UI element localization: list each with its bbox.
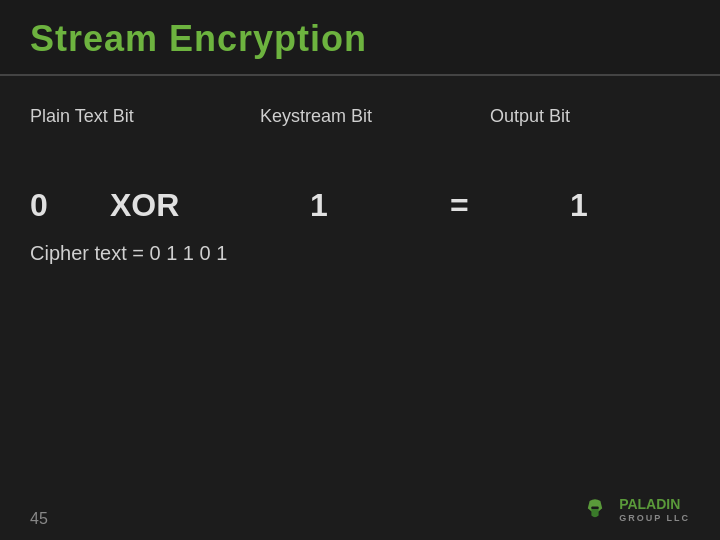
slide-content: Plain Text Bit Keystream Bit Output Bit … [0,76,720,482]
xor-plaintext-bit: 0 [30,187,90,224]
paladin-brand-name: PALADIN [619,496,690,513]
xor-result-bit: 1 [570,187,588,224]
xor-equation-row: 0 XOR 1 = 1 [30,187,690,224]
slide-header: Stream Encryption [0,0,720,76]
slide: Stream Encryption Plain Text Bit Keystre… [0,0,720,540]
plaintext-column-label: Plain Text Bit [30,106,260,127]
slide-title: Stream Encryption [30,18,690,60]
svg-rect-1 [592,506,599,509]
columns-header: Plain Text Bit Keystream Bit Output Bit [30,106,690,127]
xor-operator-label: XOR [110,187,230,224]
keystream-column-label: Keystream Bit [260,106,490,127]
xor-keystream-bit: 1 [310,187,430,224]
paladin-logo-text: PALADIN GROUP LLC [619,496,690,524]
paladin-logo-icon [577,492,613,528]
output-column-label: Output Bit [490,106,690,127]
slide-footer: 45 PALADIN GROUP LLC [0,482,720,540]
paladin-logo: PALADIN GROUP LLC [577,492,690,528]
cipher-text-label: Cipher text = 0 1 1 0 1 [30,242,690,265]
paladin-sub-name: GROUP LLC [619,513,690,524]
xor-equals-sign: = [450,187,510,224]
slide-number: 45 [30,510,48,528]
